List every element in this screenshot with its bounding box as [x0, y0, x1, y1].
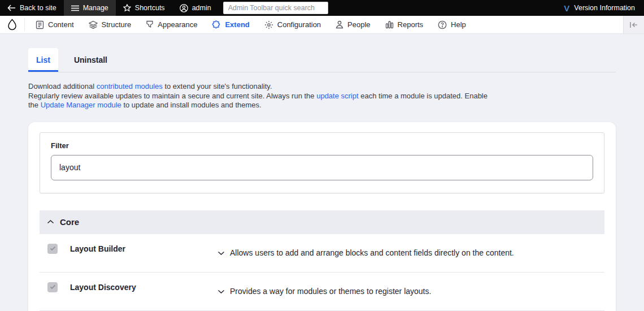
contributed-modules-link[interactable]: contributed modules	[97, 82, 163, 90]
toolbar-spacer	[328, 0, 555, 16]
menu-item-label: Structure	[102, 20, 132, 29]
tab-list[interactable]: List	[28, 48, 58, 72]
drupal-drop-icon	[7, 19, 18, 31]
version-logo-icon: V	[564, 4, 569, 12]
user-name-label: admin	[192, 4, 211, 12]
filter-fieldset: Filter	[40, 132, 604, 193]
module-name: Layout Builder	[70, 234, 217, 272]
menu-item-extend[interactable]: Extend	[204, 16, 256, 33]
drupal-home-button[interactable]	[0, 16, 24, 33]
intro-text: to extend your site's functionality.	[163, 82, 272, 90]
update-manager-module-link[interactable]: Update Manager module	[41, 101, 121, 109]
menu-item-help[interactable]: Help	[430, 16, 473, 33]
shortcuts-button[interactable]: Shortcuts	[116, 0, 172, 16]
page-description: Download additional contributed modules …	[28, 82, 489, 110]
menu-item-label: Configuration	[277, 20, 321, 29]
person-icon	[336, 20, 343, 29]
question-icon	[438, 20, 447, 29]
checkmark-icon	[50, 246, 56, 251]
collapse-left-icon	[629, 21, 638, 28]
module-description-toggle[interactable]: Allows users to add and arrange blocks a…	[217, 234, 604, 272]
module-description: Provides a way for modules or themes to …	[230, 287, 431, 296]
document-icon	[36, 20, 44, 29]
layers-icon	[89, 20, 98, 29]
modules-card: Filter Core Layout Builder	[28, 122, 616, 311]
module-enabled-checkbox	[47, 244, 58, 254]
tab-uninstall[interactable]: Uninstall	[66, 48, 115, 72]
menu-divider	[24, 18, 25, 31]
user-circle-icon	[180, 4, 188, 12]
menu-item-people[interactable]: People	[328, 16, 377, 33]
chevron-down-icon	[217, 289, 225, 294]
intro-paragraph-1: Download additional contributed modules …	[28, 82, 489, 92]
filter-legend: Filter	[51, 141, 593, 150]
shortcuts-label: Shortcuts	[135, 4, 165, 12]
collapse-toolbar-button[interactable]	[623, 16, 644, 33]
update-script-link[interactable]: update script	[316, 92, 358, 100]
star-icon	[123, 4, 131, 12]
checkbox-cell	[40, 234, 70, 272]
module-group-title: Core	[60, 217, 79, 227]
checkbox-cell	[40, 273, 70, 310]
manage-label: Manage	[83, 4, 108, 12]
version-information-button[interactable]: V Version Information	[555, 0, 644, 16]
menu-item-appearance[interactable]: Appearance	[138, 16, 204, 33]
menu-item-label: Content	[48, 20, 74, 29]
extend-page: List Uninstall Download additional contr…	[0, 48, 644, 311]
left-arrow-icon	[7, 5, 16, 11]
bar-chart-icon	[385, 20, 394, 29]
back-to-site-button[interactable]: Back to site	[0, 0, 64, 16]
checkmark-icon	[50, 284, 56, 290]
module-filter-input[interactable]	[51, 155, 593, 180]
primary-tabs: List Uninstall	[28, 48, 616, 72]
module-name: Layout Discovery	[70, 273, 217, 310]
version-information-label: Version Information	[574, 4, 635, 12]
intro-text: to update and install modules and themes…	[121, 101, 262, 109]
menu-item-structure[interactable]: Structure	[81, 16, 139, 33]
menu-item-label: Help	[451, 20, 466, 29]
intro-text: Regularly review available updates to ma…	[28, 92, 316, 100]
menu-item-content[interactable]: Content	[28, 16, 81, 33]
menu-item-label: Reports	[398, 20, 424, 29]
admin-toolbar: Back to site Manage Shortcuts admin V Ve…	[0, 0, 644, 16]
chevron-up-icon	[47, 219, 54, 224]
module-group-core-header[interactable]: Core	[40, 210, 604, 234]
puzzle-icon	[212, 20, 221, 29]
gear-icon	[264, 20, 273, 29]
module-description-toggle[interactable]: Provides a way for modules or themes to …	[217, 273, 604, 310]
menu-item-reports[interactable]: Reports	[378, 16, 431, 33]
menu-item-label: People	[347, 20, 370, 29]
back-to-site-label: Back to site	[20, 4, 56, 12]
chevron-down-icon	[217, 250, 225, 256]
module-description: Allows users to add and arrange blocks a…	[230, 248, 514, 257]
module-enabled-checkbox	[47, 282, 58, 292]
table-row: Layout Discovery Provides a way for modu…	[40, 273, 604, 311]
menu-item-label: Extend	[225, 20, 249, 29]
paintbrush-icon	[146, 20, 154, 29]
user-menu-button[interactable]: admin	[172, 0, 219, 16]
manage-button[interactable]: Manage	[64, 0, 116, 16]
table-row: Layout Builder Allows users to add and a…	[40, 234, 604, 273]
menu-item-configuration[interactable]: Configuration	[257, 16, 328, 33]
hamburger-icon	[71, 5, 79, 11]
intro-paragraph-2: Regularly review available updates to ma…	[28, 92, 489, 110]
admin-quick-search-input[interactable]	[223, 2, 328, 14]
menu-item-label: Appearance	[158, 20, 197, 29]
admin-menu-bar: Content Structure Appearance Extend Conf…	[0, 16, 644, 34]
intro-text: Download additional	[28, 82, 97, 90]
